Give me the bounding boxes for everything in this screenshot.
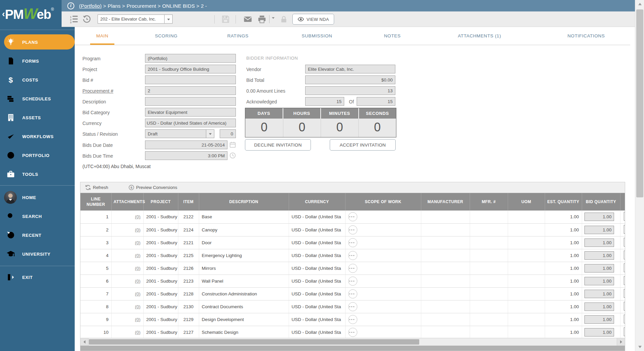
record-selector[interactable]: 202 - Elite Elevator Cab, Inc. — [98, 14, 173, 24]
view-nda-button[interactable]: VIEW NDA — [292, 14, 334, 25]
sidebar-item-costs[interactable]: $COSTS — [0, 72, 75, 87]
sidebar-item-portfolio[interactable]: PORTFOLIO — [0, 148, 75, 163]
project-field[interactable]: 2001 - Sudbury Office Building — [145, 65, 236, 73]
cut-off-input[interactable] — [624, 276, 625, 285]
mail-icon[interactable] — [243, 14, 252, 24]
line-items-icon[interactable]: 123 — [70, 15, 78, 24]
cut-off-input[interactable] — [624, 251, 625, 259]
attachments-link[interactable]: (0) — [135, 240, 141, 245]
vertical-scrollbar[interactable] — [635, 0, 644, 351]
scope-of-work-ellipsis-button[interactable] — [348, 315, 357, 324]
scroll-down-arrow[interactable] — [635, 343, 644, 351]
tab-ratings[interactable]: RATINGS — [221, 27, 254, 45]
attachments-link[interactable]: (0) — [135, 304, 141, 309]
cut-off-input[interactable] — [624, 212, 625, 221]
acknowledged-total-field[interactable]: 15 — [357, 97, 395, 106]
bid-quantity-input[interactable]: 1.00 — [584, 251, 614, 260]
scope-of-work-ellipsis-button[interactable] — [348, 277, 357, 286]
sidebar-item-assets[interactable]: ASSETS — [0, 110, 75, 125]
sidebar-item-workflows[interactable]: WORKFLOWS — [0, 129, 75, 144]
accept-invitation-button[interactable]: ACCEPT INVITATION — [330, 139, 396, 151]
program-field[interactable]: (Portfolio) — [145, 54, 236, 63]
bid-quantity-input[interactable]: 1.00 — [584, 290, 614, 298]
revision-field[interactable]: 0 — [220, 129, 236, 138]
bid-total-field[interactable]: $0.00 — [305, 75, 395, 84]
attachments-link[interactable]: (0) — [135, 266, 141, 271]
bid-category-field[interactable]: Elevator Equipment — [145, 108, 236, 117]
bid-quantity-input[interactable]: 1.00 — [584, 315, 614, 324]
cut-off-input[interactable] — [624, 225, 625, 234]
cut-off-input[interactable] — [624, 327, 625, 336]
cut-off-input[interactable] — [624, 289, 625, 298]
procurement-number-field[interactable]: 2 — [145, 86, 236, 95]
scope-of-work-ellipsis-button[interactable] — [348, 238, 357, 247]
cut-off-input[interactable] — [624, 302, 625, 311]
vertical-scrollbar-thumb[interactable] — [636, 9, 643, 197]
bid-quantity-input[interactable]: 1.00 — [584, 264, 614, 273]
bid-number-field[interactable] — [145, 75, 236, 84]
cut-off-input[interactable] — [624, 315, 625, 323]
sidebar-item-university[interactable]: UNIVERSITY — [0, 246, 75, 261]
description-field[interactable] — [145, 97, 236, 106]
sidebar-item-forms[interactable]: FORMS — [0, 53, 75, 68]
tab-notes[interactable]: NOTES — [378, 27, 407, 45]
attachments-link[interactable]: (0) — [135, 291, 141, 296]
scope-of-work-ellipsis-button[interactable] — [348, 264, 357, 273]
clock-icon[interactable] — [229, 152, 236, 159]
bid-quantity-input[interactable]: 1.00 — [584, 277, 614, 285]
attachments-link[interactable]: (0) — [135, 253, 141, 258]
refresh-button[interactable]: Refresh — [85, 185, 108, 190]
bid-quantity-input[interactable]: 1.00 — [584, 213, 614, 221]
info-icon[interactable]: i — [67, 2, 74, 9]
bid-quantity-input[interactable]: 1.00 — [584, 226, 614, 234]
scope-of-work-ellipsis-button[interactable] — [348, 225, 357, 234]
procurement-number-link[interactable]: Procurement # — [82, 88, 113, 94]
record-selector-arrow[interactable] — [164, 15, 172, 23]
sidebar-item-recent[interactable]: RECENT — [0, 227, 75, 243]
horizontal-scrollbar-thumb[interactable] — [89, 339, 419, 345]
bid-quantity-input[interactable]: 1.00 — [584, 302, 614, 311]
horizontal-scrollbar[interactable] — [80, 338, 625, 346]
scope-of-work-ellipsis-button[interactable] — [348, 328, 357, 337]
bids-due-date-field[interactable]: 21-05-2014 — [145, 140, 227, 149]
tab-scoring[interactable]: SCORING — [149, 27, 183, 45]
attachments-link[interactable]: (0) — [135, 317, 141, 322]
calendar-icon[interactable] — [229, 141, 236, 148]
tab-main[interactable]: MAIN — [90, 27, 114, 45]
breadcrumb-item[interactable]: (Portfolio) — [79, 3, 102, 9]
sidebar-item-exit[interactable]: EXIT — [0, 269, 75, 285]
pmweb-logo[interactable]: ‹PMWeb® — [2, 5, 54, 22]
bid-quantity-input[interactable]: 1.00 — [584, 238, 614, 247]
attachments-link[interactable]: (0) — [135, 214, 141, 219]
scroll-left-arrow[interactable] — [80, 338, 88, 346]
sidebar-item-home[interactable]: HOME — [0, 190, 75, 205]
print-dropdown-caret[interactable] — [272, 17, 275, 19]
scope-of-work-ellipsis-button[interactable] — [348, 289, 357, 298]
attachments-link[interactable]: (0) — [135, 330, 141, 335]
cut-off-input[interactable] — [624, 263, 625, 272]
status-select[interactable]: Draft — [145, 129, 214, 138]
sidebar-item-schedules[interactable]: SCHEDULES — [0, 91, 75, 106]
vendor-field[interactable]: Elite Elevator Cab, Inc. — [305, 65, 395, 73]
preview-conversions-button[interactable]: $ Preview Conversions — [129, 185, 177, 190]
tab-notifications[interactable]: NOTIFICATIONS — [561, 27, 611, 45]
scroll-right-arrow[interactable] — [617, 338, 625, 346]
attachments-link[interactable]: (0) — [135, 279, 141, 284]
tab-attachments-1[interactable]: ATTACHMENTS (1) — [452, 27, 507, 45]
acknowledged-count-field[interactable]: 15 — [305, 97, 344, 106]
scope-of-work-ellipsis-button[interactable] — [348, 212, 357, 221]
scope-of-work-ellipsis-button[interactable] — [348, 302, 357, 311]
print-icon[interactable] — [257, 14, 266, 24]
decline-invitation-button[interactable]: DECLINE INVITATION — [245, 139, 311, 151]
bid-quantity-input[interactable]: 1.00 — [584, 328, 614, 337]
amount-lines-field[interactable]: 13 — [305, 86, 395, 95]
currency-field[interactable]: USD - Dollar (United States of America) — [145, 119, 236, 127]
history-icon[interactable] — [82, 15, 91, 24]
bids-due-time-field[interactable]: 3:00 PM — [145, 151, 227, 160]
scroll-up-arrow[interactable] — [635, 0, 644, 8]
breadcrumb[interactable]: (Portfolio) > Plans > Procurement > ONLI… — [79, 3, 207, 9]
cut-off-input[interactable] — [624, 238, 625, 247]
status-select-arrow[interactable] — [206, 130, 214, 138]
attachments-link[interactable]: (0) — [135, 227, 141, 232]
scope-of-work-ellipsis-button[interactable] — [348, 251, 357, 260]
